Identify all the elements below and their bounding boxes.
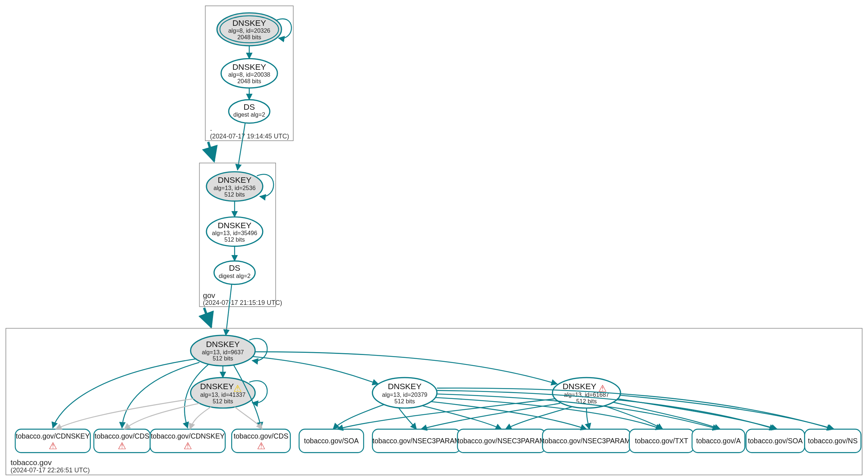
zone-root: . (2024-07-17 19:14:45 UTC) DNSKEY alg=8…: [205, 6, 293, 141]
rrset-label: tobacco.gov/NS: [808, 437, 858, 445]
rrset-rr5: tobacco.gov/NSEC3PARAM: [373, 429, 461, 453]
svg-text:DNSKEY: DNSKEY: [232, 19, 266, 28]
svg-text:DNSKEY: DNSKEY: [563, 382, 596, 391]
rrset-label: tobacco.gov/CDNSKEY: [16, 432, 90, 440]
node-root-zsk: DNSKEY alg=8, id=20038 2048 bits: [221, 59, 277, 88]
edge-ksk-to-20379: [252, 356, 378, 384]
edge-ksk-sign-rr0: [53, 359, 196, 428]
edge-61687-rr11: [619, 395, 834, 429]
node-tobacco-ksk: DNSKEY alg=13, id=9637 512 bits: [190, 335, 267, 366]
rrset-rr9: tobacco.gov/A: [692, 429, 745, 453]
rrset-label: tobacco.gov/TXT: [635, 437, 688, 445]
edge-delegation-gov-to-tobacco: [204, 308, 211, 327]
svg-text:alg=8, id=20038: alg=8, id=20038: [228, 71, 270, 78]
svg-text:512 bits: 512 bits: [213, 355, 233, 362]
svg-text:alg=13, id=35496: alg=13, id=35496: [212, 230, 257, 236]
svg-text:DNSKEY: DNSKEY: [200, 382, 234, 391]
rrset-rr6: tobacco.gov/NSEC3PARAM: [458, 429, 546, 453]
edge-20379-rr4: [333, 404, 384, 429]
node-tobacco-zsk-41337: DNSKEY ⚠ alg=13, id=41337 512 bits: [190, 378, 267, 408]
edge-20379-rr5: [399, 408, 416, 429]
svg-text:DNSKEY: DNSKEY: [206, 340, 240, 349]
node-gov-ds: DS digest alg=2: [214, 261, 255, 285]
zone-tobacco: tobacco.gov (2024-07-17 22:26:51 UTC) DN…: [6, 328, 862, 475]
rrset-label: tobacco.gov/CDS: [234, 432, 289, 440]
svg-text:alg=13, id=20379: alg=13, id=20379: [382, 391, 427, 398]
svg-text:512 bits: 512 bits: [224, 191, 245, 198]
rrset-label: tobacco.gov/A: [696, 437, 741, 445]
edge-delegation-root-to-gov: [208, 142, 214, 161]
zone-root-name: .: [210, 124, 212, 132]
rrset-rr10: tobacco.gov/SOA: [746, 429, 804, 453]
rrset-label: tobacco.gov/SOA: [748, 437, 803, 445]
rrset-row: tobacco.gov/CDNSKEY⚠tobacco.gov/CDS⚠toba…: [15, 429, 861, 453]
edge-20379-rr7: [431, 402, 587, 429]
rrset-rr2: tobacco.gov/CDNSKEY⚠: [150, 429, 225, 453]
svg-text:DS: DS: [244, 102, 255, 112]
node-root-ds: DS digest alg=2: [229, 100, 270, 123]
edge-41337-rr3: [234, 407, 262, 429]
svg-text:DNSKEY: DNSKEY: [218, 176, 252, 185]
rrset-rr4: tobacco.gov/SOA: [299, 429, 363, 453]
node-gov-ksk: DNSKEY alg=13, id=2536 512 bits: [206, 172, 274, 201]
edge-41337-rr2: [190, 407, 211, 429]
error-icon: ⚠: [49, 441, 57, 451]
zone-tobacco-name: tobacco.gov: [11, 458, 52, 467]
svg-text:DNSKEY: DNSKEY: [388, 382, 422, 391]
rrset-label: tobacco.gov/NSEC3PARAM: [458, 437, 546, 445]
svg-text:alg=13, id=2536: alg=13, id=2536: [214, 185, 256, 191]
zone-tobacco-timestamp: (2024-07-17 22:26:51 UTC): [11, 467, 90, 474]
node-gov-zsk: DNSKEY alg=13, id=35496 512 bits: [206, 217, 263, 246]
error-icon: ⚠: [118, 441, 126, 451]
error-icon: ⚠: [257, 441, 265, 451]
zone-gov-timestamp: (2024-07-17 21:15:19 UTC): [203, 299, 282, 306]
edge-61687-rr7: [587, 408, 590, 429]
edge-61687-rr8: [604, 406, 663, 429]
rrset-label: tobacco.gov/SOA: [304, 437, 359, 445]
svg-text:2048 bits: 2048 bits: [237, 78, 261, 84]
svg-text:2048 bits: 2048 bits: [237, 34, 261, 40]
svg-text:512 bits: 512 bits: [394, 398, 415, 404]
dnssec-graph: . (2024-07-17 19:14:45 UTC) DNSKEY alg=8…: [0, 0, 868, 476]
node-tobacco-zsk-20379: DNSKEY alg=13, id=20379 512 bits: [373, 378, 437, 408]
svg-text:DS: DS: [229, 263, 240, 273]
rrset-rr8: tobacco.gov/TXT: [629, 429, 694, 453]
zone-root-timestamp: (2024-07-17 19:14:45 UTC): [210, 133, 289, 140]
svg-text:digest alg=2: digest alg=2: [219, 273, 250, 279]
edge-gov-ds-to-tobacco-ksk: [226, 285, 232, 335]
rrset-label: tobacco.gov/NSEC3PARAM: [373, 437, 461, 445]
rrset-rr1: tobacco.gov/CDS⚠: [94, 429, 150, 453]
svg-text:512 bits: 512 bits: [224, 236, 245, 243]
rrset-label: tobacco.gov/CDNSKEY: [151, 432, 225, 440]
rrset-label: tobacco.gov/CDS: [95, 432, 149, 440]
svg-text:alg=8, id=20326: alg=8, id=20326: [228, 27, 270, 34]
error-icon: ⚠: [184, 441, 192, 451]
zone-gov-name: gov: [203, 291, 215, 299]
rrset-rr0: tobacco.gov/CDNSKEY⚠: [15, 429, 91, 453]
rrset-rr7: tobacco.gov/NSEC3PARAM: [542, 429, 630, 453]
svg-text:DNSKEY: DNSKEY: [232, 62, 266, 72]
zone-gov: gov (2024-07-17 21:15:19 UTC) DNSKEY alg…: [200, 163, 282, 307]
svg-text:alg=13, id=41337: alg=13, id=41337: [200, 391, 246, 398]
node-root-ksk: DNSKEY alg=8, id=20326 2048 bits: [217, 13, 292, 45]
svg-text:digest alg=2: digest alg=2: [233, 111, 265, 118]
svg-text:512 bits: 512 bits: [213, 398, 233, 404]
rrset-rr3: tobacco.gov/CDS⚠: [232, 429, 290, 453]
svg-text:alg=13, id=9637: alg=13, id=9637: [202, 349, 244, 355]
rrset-label: tobacco.gov/NSEC3PARAM: [543, 437, 631, 445]
svg-text:DNSKEY: DNSKEY: [218, 221, 252, 230]
rrset-rr11: tobacco.gov/NS: [805, 429, 861, 453]
edge-20379-rr11: [437, 388, 833, 429]
edge-41337-rr1: [124, 403, 200, 429]
